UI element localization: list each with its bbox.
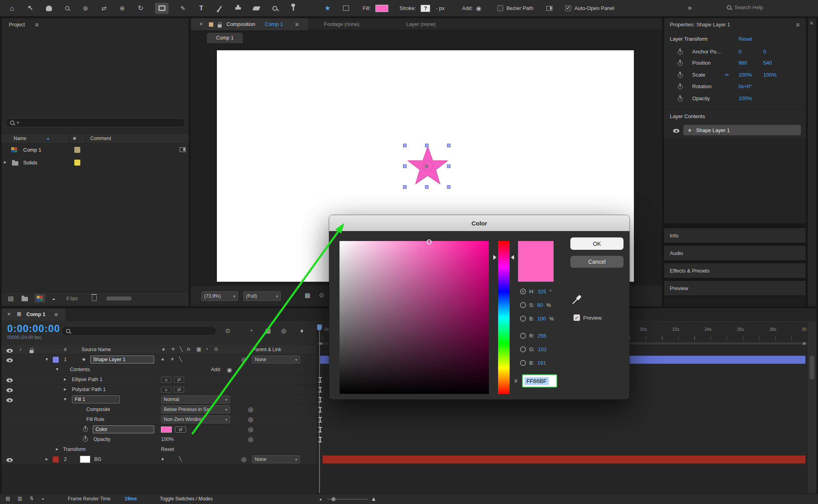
draft-3d-icon[interactable]: ◔ — [249, 328, 253, 334]
stopwatch-icon[interactable] — [678, 97, 683, 101]
chevron-right-icon[interactable]: ▸ — [46, 457, 48, 461]
quality-switch-icon[interactable]: ╲ — [179, 457, 182, 461]
property-value[interactable]: 0x+0° — [739, 83, 752, 89]
tab-layer[interactable]: Layer (none) — [406, 21, 436, 27]
info-panel-header[interactable]: Info — [664, 228, 806, 243]
composite-dropdown[interactable]: Below Previous in Sa ▾ — [161, 405, 230, 413]
source-name-column[interactable]: Source Name — [81, 347, 111, 352]
eye-icon[interactable] — [6, 458, 13, 462]
selection-handle[interactable] — [425, 185, 429, 189]
tool-creates-shape-icon[interactable]: ★ — [324, 5, 332, 12]
preview-checkbox[interactable]: ✓ — [574, 314, 580, 321]
stopwatch-icon[interactable] — [678, 73, 683, 78]
timeline-tab-label[interactable]: Comp 1 — [26, 311, 46, 317]
layer-duration-bar-bg[interactable] — [322, 455, 806, 464]
layer-row-shape-layer-1[interactable]: ▾ 1 ★ Shape Layer 1 ♠ ☀ ╲ ◎ None ▾ — [2, 355, 316, 365]
selection-handle[interactable] — [447, 144, 451, 147]
close-tab-icon[interactable]: × — [7, 311, 11, 317]
selection-handle[interactable] — [447, 164, 451, 168]
add-property-button[interactable]: ◉ — [227, 367, 232, 373]
add-shape-button[interactable]: ◉ — [476, 5, 481, 11]
green-radio[interactable] — [520, 346, 526, 352]
viewer-menu-icon[interactable]: ≡ — [295, 21, 299, 27]
tab-composition-label[interactable]: Composition — [226, 21, 255, 27]
label-color-chip[interactable] — [74, 147, 80, 153]
path-name[interactable]: Ellipse Path 1 — [72, 377, 102, 382]
property-value-y[interactable]: 100% — [763, 72, 776, 78]
project-item-name[interactable]: Solids — [23, 160, 37, 166]
transform-row[interactable]: ▸ Transform Reset — [2, 445, 316, 455]
parent-dropdown[interactable]: None ▾ — [252, 455, 300, 463]
sort-ascending-icon[interactable]: ▲ — [46, 136, 50, 140]
stroke-width-value[interactable]: - px — [436, 5, 445, 11]
in-out-panel-icon[interactable]: ◒ — [42, 496, 44, 501]
green-value[interactable]: 102 — [538, 346, 547, 352]
composition-mini-tab[interactable]: Comp 1 — [207, 33, 243, 43]
work-area-start-handle[interactable] — [320, 342, 322, 345]
preview-panel-header[interactable]: Preview — [664, 281, 806, 296]
color-property-row[interactable]: Color ⇄ ◎ — [2, 425, 316, 435]
eye-icon[interactable] — [673, 129, 679, 133]
new-composition-button[interactable] — [34, 294, 45, 303]
zoom-in-mountain-icon[interactable]: ▲ — [371, 496, 377, 502]
project-item-comp[interactable]: Comp 1 — [2, 144, 189, 156]
selection-handle[interactable] — [403, 185, 407, 189]
eye-icon[interactable] — [6, 378, 13, 382]
shy-switch-icon[interactable]: ♠ — [161, 357, 164, 362]
layer-contents-header[interactable]: Layer Contents — [670, 113, 705, 119]
region-of-interest-icon[interactable]: ▦ — [305, 292, 310, 298]
zoom-out-mountain-icon[interactable]: ▴ — [320, 497, 322, 501]
hue-slider[interactable] — [498, 241, 510, 394]
timeline-zoom-knob[interactable] — [332, 497, 336, 501]
blue-radio[interactable] — [520, 360, 526, 366]
property-value-x[interactable]: 100% — [739, 72, 752, 78]
stroke-label[interactable]: Stroke: — [399, 5, 416, 11]
shape-tool-selected[interactable] — [155, 3, 169, 14]
toggle-switches-modes-button[interactable]: Toggle Switches / Modes — [160, 496, 213, 502]
hue-value[interactable]: 325 — [538, 289, 546, 294]
lock-icon[interactable] — [218, 23, 222, 29]
chevron-right-icon[interactable]: ▸ — [56, 447, 58, 451]
column-name[interactable]: Name — [14, 136, 26, 141]
auto-open-panel-checkbox[interactable] — [565, 5, 571, 11]
path-order-control[interactable]: ≡ — [161, 387, 171, 393]
timeline-menu-icon[interactable]: ≡ — [54, 311, 58, 317]
timeline-search-input[interactable] — [62, 326, 216, 336]
chevron-down-icon[interactable]: ▾ — [46, 357, 48, 362]
link-icon[interactable]: ∞ — [725, 71, 729, 77]
roto-brush-tool[interactable] — [271, 6, 279, 11]
transfer-controls-icon[interactable]: ⇅ — [30, 496, 34, 501]
layer-transform-header[interactable]: Layer Transform — [670, 36, 708, 42]
fill-label[interactable]: Fill: — [363, 5, 371, 11]
project-item-solids[interactable]: ▸ Solids — [2, 157, 189, 168]
clone-stamp-tool[interactable] — [234, 7, 242, 10]
quality-switch-icon[interactable]: ╲ — [179, 357, 182, 362]
property-value-x[interactable]: 960 — [739, 60, 747, 66]
label-color-chip[interactable] — [53, 357, 59, 363]
chevron-down-icon[interactable]: ▾ — [56, 367, 58, 372]
preview-control[interactable]: ✓ Preview — [574, 314, 602, 321]
selection-handle[interactable] — [425, 144, 429, 147]
project-flowchart-icon[interactable]: ▤ — [8, 295, 14, 301]
path-direction-control[interactable]: ⇄ — [174, 387, 184, 393]
tab-footage[interactable]: Footage (none) — [324, 21, 359, 27]
close-tab-icon[interactable]: × — [199, 21, 203, 27]
effects-presets-panel-header[interactable]: Effects & Presets — [664, 263, 806, 278]
audio-panel-header[interactable]: Audio — [664, 245, 806, 261]
eyedropper-icon[interactable] — [572, 294, 582, 304]
label-color-column-icon[interactable]: ◈ — [73, 136, 76, 140]
shy-toggle-icon[interactable]: ▥ — [18, 496, 22, 501]
fill-color-swatch[interactable] — [375, 5, 388, 12]
eye-icon[interactable] — [6, 398, 13, 402]
path-direction-control[interactable]: ⇄ — [174, 377, 184, 383]
transparency-grid-icon[interactable]: ⊙ — [319, 292, 324, 298]
bezier-path-checkbox[interactable] — [497, 5, 503, 11]
fill-rule-dropdown[interactable]: Non-Zero Winding ▾ — [161, 415, 230, 423]
shy-switch-icon[interactable]: ♠ — [161, 457, 164, 461]
playhead-head[interactable] — [317, 324, 322, 330]
color-value-swatch[interactable] — [161, 427, 172, 433]
selection-handle[interactable] — [403, 144, 407, 147]
eraser-tool[interactable] — [252, 6, 260, 10]
opacity-value[interactable]: 100% — [161, 437, 174, 442]
anchor-point-icon[interactable]: ⊕ — [424, 163, 429, 169]
